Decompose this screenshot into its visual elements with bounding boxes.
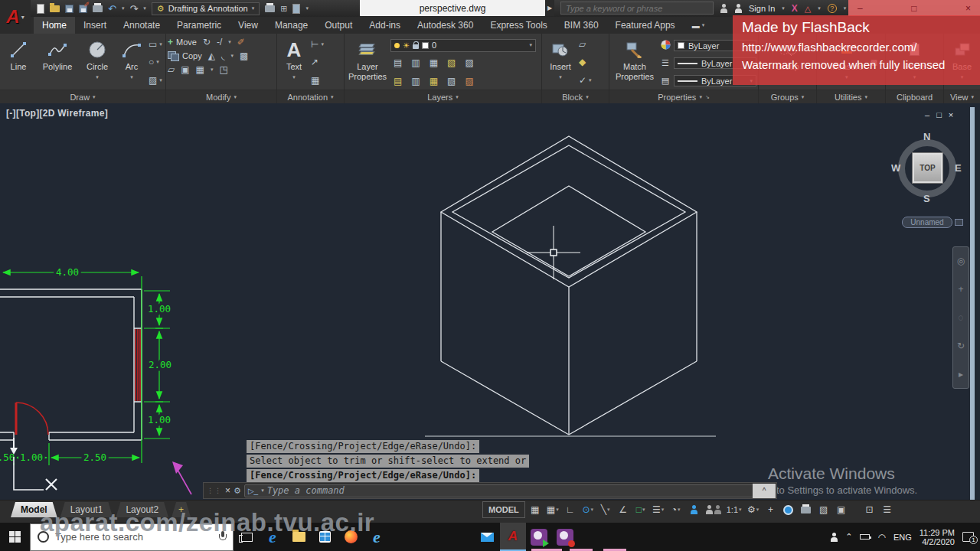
- compass-east[interactable]: E: [955, 162, 962, 174]
- help-search-input[interactable]: [560, 2, 714, 15]
- draw-panel-label[interactable]: Draw▾: [0, 90, 165, 103]
- dimension-icon[interactable]: ⊢: [311, 39, 318, 50]
- viewport-close-icon[interactable]: ×: [949, 110, 953, 119]
- plot-status-icon[interactable]: [801, 507, 811, 514]
- navigation-bar[interactable]: ◎ + ◌ ↻ ▸: [952, 246, 969, 389]
- view-panel-label[interactable]: View▾: [944, 90, 980, 103]
- stretch-icon[interactable]: ▱: [168, 64, 175, 75]
- clock[interactable]: 11:29 PM 4/2/2020: [920, 528, 955, 546]
- explode-icon[interactable]: ▩: [240, 51, 248, 61]
- graphics-performance-icon[interactable]: [783, 505, 793, 515]
- annotation-visibility-icon[interactable]: [690, 505, 697, 514]
- command-collapse-button[interactable]: ^: [753, 484, 776, 498]
- workspace-switching-icon[interactable]: ⚙▾: [746, 501, 761, 518]
- exchange-icon[interactable]: [720, 4, 727, 13]
- create-block-icon[interactable]: ▱: [579, 39, 586, 50]
- viewport-right-scrollbar[interactable]: [970, 107, 975, 500]
- leader-icon[interactable]: ↗: [311, 57, 318, 67]
- action-center-icon[interactable]: 1: [962, 532, 974, 542]
- block-attributes-icon[interactable]: ✓: [579, 75, 586, 86]
- tab-home[interactable]: Home: [34, 17, 75, 34]
- erase-icon[interactable]: ✐: [237, 37, 245, 47]
- tab-featured-apps[interactable]: Featured Apps: [607, 17, 684, 34]
- flashback-close-icon[interactable]: ×: [965, 3, 971, 14]
- tab-parametric[interactable]: Parametric: [168, 17, 230, 34]
- layer-tool-icon[interactable]: ▦: [430, 76, 438, 86]
- redo-dropdown-icon[interactable]: ▾: [143, 5, 146, 11]
- new-file-icon[interactable]: [37, 4, 44, 14]
- layer-properties-button[interactable]: Layer Properties: [346, 35, 389, 90]
- match-properties-button[interactable]: Match Properties: [611, 35, 658, 90]
- command-customize-icon[interactable]: ⚙: [234, 486, 241, 496]
- move-button[interactable]: +Move: [168, 37, 197, 47]
- modify-panel-label[interactable]: Modify▾: [166, 90, 276, 103]
- mirror-icon[interactable]: ◭: [208, 51, 215, 61]
- tab-autodesk360[interactable]: Autodesk 360: [409, 17, 482, 34]
- layer-tool-icon[interactable]: ▥: [411, 57, 420, 68]
- command-close-icon[interactable]: ×: [225, 485, 230, 496]
- language-indicator[interactable]: ENG: [893, 533, 912, 542]
- tab-express-tools[interactable]: Express Tools: [482, 17, 555, 34]
- a360-icon[interactable]: △: [805, 4, 811, 14]
- layer-tool-icon[interactable]: ▨: [465, 57, 473, 68]
- copy-button[interactable]: Copy: [168, 51, 202, 61]
- hatch-icon[interactable]: ▨: [149, 75, 157, 86]
- lineweight-display-icon[interactable]: ☰▾: [651, 501, 666, 518]
- object-snap-tracking-icon[interactable]: ∠: [616, 501, 631, 518]
- line-button[interactable]: Line: [2, 35, 35, 90]
- block-panel-label[interactable]: Block▾: [542, 90, 609, 103]
- model-space-toggle[interactable]: MODEL: [482, 501, 525, 518]
- preview-icon[interactable]: ⊞: [280, 4, 287, 14]
- annotation-scale-value[interactable]: 1:1▾: [725, 501, 743, 518]
- tab-insert[interactable]: Insert: [75, 17, 115, 34]
- save-as-icon[interactable]: [79, 5, 87, 13]
- tab-manage[interactable]: Manage: [266, 17, 316, 34]
- flashback-player-icon[interactable]: [526, 523, 552, 551]
- hidden-icons-chevron[interactable]: ⌃: [845, 532, 852, 542]
- viewport-minimize-icon[interactable]: –: [925, 110, 929, 119]
- layer-tool-icon[interactable]: ▤: [394, 57, 402, 68]
- mail-icon[interactable]: [474, 523, 500, 551]
- transparency-icon[interactable]: ◔▾: [668, 501, 684, 518]
- showmotion-icon[interactable]: ▸: [959, 369, 963, 380]
- command-bar-grip[interactable]: ⋮⋮: [207, 487, 222, 494]
- tab-addins[interactable]: Add-ins: [361, 17, 409, 34]
- command-input[interactable]: [267, 485, 769, 496]
- layer-tool-icon[interactable]: ▧: [447, 76, 456, 86]
- insert-button[interactable]: Insert▾: [544, 35, 577, 90]
- array-icon[interactable]: ▦: [196, 64, 204, 75]
- ribbon-minimize-icon[interactable]: ▬▾: [684, 17, 714, 34]
- edit-block-icon[interactable]: ◆: [579, 57, 586, 67]
- drawing-canvas[interactable]: 4.00 1.00 2.00 1.00 .50 1.00 2.50: [0, 103, 980, 500]
- signin-user-icon[interactable]: [734, 4, 742, 13]
- object-snap-icon[interactable]: □▾: [633, 501, 648, 518]
- plot-icon[interactable]: [93, 5, 103, 12]
- compass-west[interactable]: W: [891, 162, 900, 174]
- tab-annotate[interactable]: Annotate: [115, 17, 168, 34]
- viewport-label[interactable]: [-][Top][2D Wireframe]: [6, 108, 108, 119]
- layer-tool-icon[interactable]: ▨: [465, 76, 473, 86]
- isolate-objects-icon[interactable]: ▧: [816, 501, 831, 518]
- annotation-scale-icon[interactable]: [714, 505, 721, 514]
- battery-icon[interactable]: [860, 534, 870, 540]
- annotation-panel-label[interactable]: Annotation▾: [277, 90, 344, 103]
- layer-tool-icon[interactable]: ▥: [411, 76, 420, 86]
- autoscale-icon[interactable]: [705, 505, 713, 514]
- flashback-minimize-icon[interactable]: –: [858, 3, 863, 14]
- trim-icon[interactable]: -/: [217, 37, 222, 47]
- text-button[interactable]: A Text▾: [279, 35, 309, 90]
- annotation-monitor-icon[interactable]: +: [763, 501, 779, 518]
- batch-plot-icon[interactable]: [265, 5, 275, 12]
- zoom-icon[interactable]: ◌: [958, 312, 963, 323]
- flashback-recorder-icon[interactable]: [552, 523, 578, 551]
- ortho-mode-icon[interactable]: ∟: [563, 501, 578, 518]
- layer-tool-icon[interactable]: ▧: [447, 57, 456, 68]
- compass-north[interactable]: N: [923, 131, 930, 142]
- fillet-icon[interactable]: ◟: [221, 51, 225, 61]
- start-button[interactable]: [9, 531, 21, 543]
- properties-palette-icon[interactable]: [292, 4, 300, 14]
- polyline-button[interactable]: Polyline: [37, 35, 78, 90]
- layer-dropdown[interactable]: ☀ 0 ▾: [390, 39, 536, 52]
- signin-label[interactable]: Sign In: [749, 4, 775, 13]
- open-file-icon[interactable]: [50, 5, 60, 12]
